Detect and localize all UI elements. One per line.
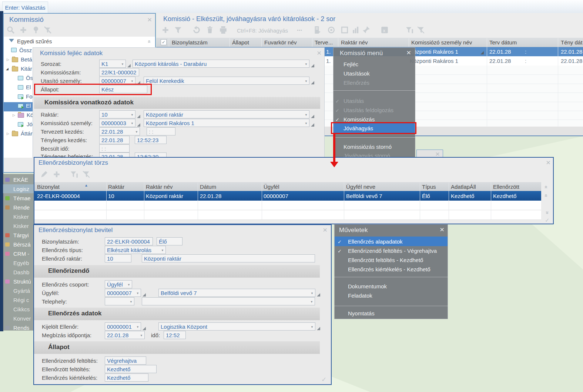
col-bizonylatszam[interactable]: Bizonylatszám	[172, 39, 208, 46]
ellenor-code-combo[interactable]: 00000001	[105, 322, 141, 331]
col-ellenorzott[interactable]: Ellenőrzött	[493, 184, 519, 190]
menu-item-alapadatok[interactable]: Ellenőrzés alapadatok	[348, 238, 403, 245]
lookup-corner-icon[interactable]	[311, 81, 314, 84]
close-icon[interactable]	[406, 49, 411, 57]
sorozat-combo[interactable]: K1	[99, 60, 126, 68]
tree-item[interactable]: Össz	[19, 47, 32, 53]
lookup-corner-icon[interactable]	[137, 115, 140, 118]
delete-icon[interactable]	[206, 26, 214, 36]
refresh-icon[interactable]	[192, 26, 201, 36]
sidebar-item[interactable]: Bérszá	[13, 241, 31, 248]
ugyfel-code-combo[interactable]: 00000007	[105, 289, 141, 297]
ellenorzo-raktar-field[interactable]: 10	[105, 254, 131, 262]
expander-collapsed-icon[interactable]: ▷	[7, 58, 9, 61]
sidebar-item[interactable]: Témae	[13, 195, 31, 201]
ellenorzes-tipus-combo[interactable]: Elkészült kitárolás	[105, 246, 166, 254]
more-button[interactable]: ...	[297, 25, 302, 33]
expander-collapsed-icon[interactable]: ▷	[7, 132, 9, 135]
tree-item[interactable]: Kitár	[21, 66, 32, 72]
megbizas-date-combo[interactable]: 22.01.28	[105, 331, 145, 339]
collapse-icon[interactable]: «	[147, 40, 153, 43]
lookup-corner-icon[interactable]	[143, 327, 146, 330]
sidebar-item[interactable]: Logisz	[13, 186, 29, 192]
col-tipus[interactable]: Típus	[422, 184, 436, 190]
confirm-icon[interactable]: ✓	[545, 217, 550, 224]
col-raktar-nev[interactable]: Raktár név	[341, 39, 368, 46]
add-icon[interactable]	[19, 26, 27, 36]
tree-item[interactable]: Betá	[21, 56, 32, 63]
chart-icon[interactable]	[352, 26, 360, 36]
telephely-code-combo[interactable]	[105, 297, 134, 305]
col-ugyfel-neve[interactable]: Ügyfél neve	[346, 184, 375, 190]
view-icon[interactable]	[327, 26, 335, 36]
lookup-corner-icon[interactable]	[317, 293, 320, 296]
tree-item-selected[interactable]: El	[26, 103, 31, 109]
menu-item-ellenorizendo[interactable]: Ellenőrizendő feltöltés - Végrehajtva	[348, 248, 437, 254]
menu-item-nyomtatas[interactable]: Nyomtatás	[348, 310, 375, 316]
close-icon[interactable]	[323, 227, 327, 234]
expander-expanded-icon[interactable]: ◢	[6, 67, 9, 71]
col-adatlap[interactable]: AdatlapÁll	[451, 184, 476, 190]
col-komissiozo[interactable]: Komissiózó személy név	[411, 39, 472, 46]
sidebar-item[interactable]: Kisker	[13, 214, 29, 220]
telephely-nev-combo[interactable]	[142, 297, 315, 305]
ellenorzo-raktar-nev-field[interactable]: Központi raktár	[142, 254, 315, 262]
komissiozo-code-combo[interactable]: 00000003	[99, 119, 135, 127]
menu-item-ellenorzott[interactable]: Ellenőrzött feltöltés - Kezdhető	[348, 257, 423, 263]
cell-dropdown-marker[interactable]	[480, 51, 484, 54]
sidebar-item[interactable]: Tárgyi	[13, 232, 29, 238]
col-ugyfel[interactable]: Ügyfél	[264, 184, 279, 190]
sidebar-item[interactable]: Régi c	[13, 297, 29, 303]
menu-item-komissiozas-storno[interactable]: Komissiózás stornó	[344, 144, 392, 150]
add-icon[interactable]	[161, 26, 170, 36]
pin-icon[interactable]	[362, 26, 370, 36]
close-icon[interactable]	[546, 159, 550, 167]
filter-icon[interactable]	[174, 26, 182, 36]
top-tab[interactable]: Enter: Választás	[2, 1, 48, 13]
scroll-down-icon[interactable]: «	[543, 211, 550, 214]
col-raktar[interactable]: Raktár	[108, 184, 124, 190]
sidebar-item[interactable]: EKÁE	[13, 177, 28, 183]
sidebar-item[interactable]: Gyártá	[13, 288, 30, 294]
filter-off-icon[interactable]	[44, 26, 52, 36]
tervezett-time-field[interactable]: : :	[147, 127, 175, 135]
tree-item[interactable]: Ös	[26, 75, 33, 81]
menu-item-fejlec[interactable]: Fejléc	[344, 61, 358, 67]
col-bizonylat[interactable]: Bizonylat	[37, 184, 60, 190]
col-terv-datum[interactable]: Terv dátum	[489, 39, 517, 46]
tervezett-date-combo[interactable]: 22.01.28	[99, 127, 140, 135]
close-icon[interactable]	[440, 226, 444, 234]
lookup-corner-icon[interactable]	[127, 64, 131, 67]
close-icon[interactable]	[147, 16, 152, 24]
filter-add-icon[interactable]	[70, 170, 78, 180]
bizonylatszam-field[interactable]: 22-ELKR-000004	[105, 237, 153, 245]
col-teny-datum[interactable]: Tény dát	[561, 39, 582, 46]
tree-view-icon[interactable]	[32, 26, 40, 36]
menu-item-komissiozas[interactable]: Komissiózás	[344, 116, 375, 123]
col-raktar-nev[interactable]: Raktár név	[146, 184, 173, 190]
add-icon[interactable]	[53, 170, 61, 180]
sorozat-name-combo[interactable]: Központi kitárolás - Darabáru	[133, 60, 309, 68]
menu-item-utasitasok[interactable]: Utasítások	[344, 70, 370, 77]
confirm-icon[interactable]: ✓	[321, 376, 326, 383]
select-all-checkbox[interactable]: ✓	[161, 39, 167, 45]
sidebar-item[interactable]: Dashb	[13, 269, 29, 275]
raktar-name-combo[interactable]: Központi raktár	[144, 110, 309, 118]
ugyfel-nev-combo[interactable]: Belföldi vevő 7	[158, 289, 315, 297]
filter-clear-icon[interactable]	[82, 170, 90, 180]
sidebar-item[interactable]: Kisker	[13, 223, 29, 229]
lookup-corner-icon[interactable]	[311, 64, 314, 67]
sidebar-item[interactable]: Rends	[13, 325, 29, 331]
tree-item[interactable]: Áttár	[21, 130, 33, 137]
lookup-corner-icon[interactable]	[143, 293, 146, 296]
tree-item[interactable]: Jó	[27, 121, 33, 127]
tree-item[interactable]: Fo	[26, 93, 33, 100]
scroll-up-icon[interactable]: «	[543, 194, 550, 197]
search-icon[interactable]	[7, 26, 15, 36]
ellenorzes-csoport-combo[interactable]: Ügyfél	[105, 280, 132, 288]
menu-item-dokumentumok[interactable]: Dokumentumok	[348, 283, 387, 289]
lookup-corner-icon[interactable]	[137, 123, 140, 127]
filter-clear-icon[interactable]	[417, 26, 425, 36]
print-icon[interactable]	[219, 26, 227, 36]
col-terve[interactable]: Terve...	[315, 39, 333, 46]
